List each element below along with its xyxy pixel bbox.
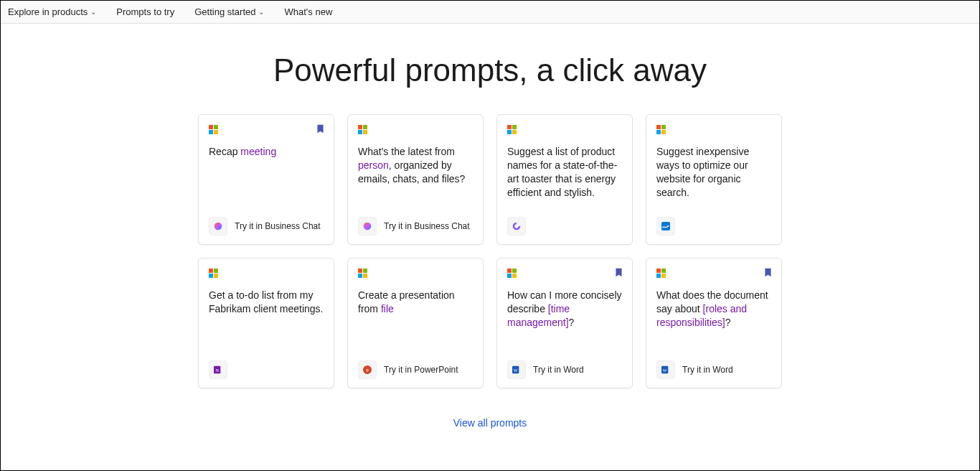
microsoft-logo-icon bbox=[507, 125, 517, 135]
card-action[interactable]: P Try it in PowerPoint bbox=[358, 360, 473, 379]
svg-text:W: W bbox=[514, 368, 518, 373]
prompt-card[interactable]: What does the document say about [roles … bbox=[646, 258, 782, 388]
svg-text:P: P bbox=[366, 368, 369, 373]
prompt-card[interactable]: Suggest inexpensive ways to optimize our… bbox=[646, 114, 782, 245]
microsoft-logo-icon bbox=[656, 269, 666, 279]
copilot-icon bbox=[209, 217, 227, 236]
try-label: Try it in Business Chat bbox=[384, 221, 470, 231]
whiteboard-icon bbox=[656, 217, 675, 236]
card-action[interactable]: W Try it in Word bbox=[507, 360, 622, 379]
chevron-down-icon: ⌄ bbox=[90, 8, 96, 16]
nav-prompts[interactable]: Prompts to try bbox=[116, 6, 174, 17]
prompt-card[interactable]: Create a presentation from file P Try it… bbox=[347, 258, 484, 388]
microsoft-logo-icon bbox=[209, 269, 219, 279]
prompt-text: Suggest a list of product names for a st… bbox=[507, 145, 622, 200]
prompt-card[interactable]: Recap meeting Try it in Business Chat bbox=[198, 114, 334, 245]
try-label: Try it in Word bbox=[682, 365, 733, 375]
bookmark-icon[interactable] bbox=[316, 123, 325, 136]
copilot-icon bbox=[358, 217, 377, 236]
try-label: Try it in Word bbox=[533, 365, 584, 375]
prompt-text: What's the latest from person, organized… bbox=[358, 145, 473, 186]
microsoft-logo-icon bbox=[507, 269, 517, 279]
prompt-text: Suggest inexpensive ways to optimize our… bbox=[656, 145, 771, 200]
card-action[interactable]: Try it in Business Chat bbox=[209, 217, 324, 236]
prompt-text: What does the document say about [roles … bbox=[656, 289, 771, 330]
prompt-card[interactable]: Suggest a list of product names for a st… bbox=[496, 114, 633, 245]
prompt-card[interactable]: What's the latest from person, organized… bbox=[347, 114, 484, 245]
try-label: Try it in Business Chat bbox=[235, 221, 321, 231]
top-nav: Explore in products⌄ Prompts to try Gett… bbox=[1, 1, 979, 24]
prompt-text: How can I more concisely describe [time … bbox=[507, 289, 622, 330]
word-icon: W bbox=[507, 360, 526, 379]
page-title: Powerful prompts, a click away bbox=[1, 52, 979, 88]
prompt-text: Get a to-do list from my Fabrikam client… bbox=[209, 289, 324, 316]
nav-explore[interactable]: Explore in products⌄ bbox=[8, 6, 96, 17]
svg-point-0 bbox=[215, 223, 222, 230]
word-icon: W bbox=[656, 360, 675, 379]
card-action[interactable]: N bbox=[209, 360, 324, 379]
microsoft-logo-icon bbox=[358, 269, 368, 279]
prompt-card[interactable]: Get a to-do list from my Fabrikam client… bbox=[198, 258, 334, 388]
onenote-icon: N bbox=[209, 360, 227, 379]
microsoft-logo-icon bbox=[656, 125, 666, 135]
bookmark-icon[interactable] bbox=[763, 267, 773, 280]
card-action[interactable]: Try it in Business Chat bbox=[358, 217, 473, 236]
microsoft-logo-icon bbox=[358, 125, 368, 135]
svg-point-1 bbox=[364, 223, 372, 230]
nav-getting-started[interactable]: Getting started⌄ bbox=[194, 6, 264, 17]
chevron-down-icon: ⌄ bbox=[258, 8, 264, 16]
nav-whats-new[interactable]: What's new bbox=[284, 6, 332, 17]
card-action[interactable] bbox=[656, 217, 771, 236]
bookmark-icon[interactable] bbox=[614, 267, 623, 280]
nav-explore-label: Explore in products bbox=[8, 6, 88, 17]
powerpoint-icon: P bbox=[358, 360, 377, 379]
microsoft-logo-icon bbox=[209, 125, 219, 135]
prompt-card[interactable]: How can I more concisely describe [time … bbox=[496, 258, 633, 388]
prompt-grid: Recap meeting Try it in Business Chat Wh… bbox=[198, 114, 782, 388]
main-content: Powerful prompts, a click away Recap mee… bbox=[1, 24, 979, 429]
card-action[interactable] bbox=[507, 217, 622, 236]
svg-text:N: N bbox=[215, 368, 219, 373]
svg-text:W: W bbox=[663, 368, 667, 373]
card-action[interactable]: W Try it in Word bbox=[656, 360, 771, 379]
prompt-text: Create a presentation from file bbox=[358, 289, 473, 316]
view-all-prompts-link[interactable]: View all prompts bbox=[453, 417, 527, 429]
nav-getting-label: Getting started bbox=[194, 6, 255, 17]
try-label: Try it in PowerPoint bbox=[384, 365, 458, 375]
prompt-text: Recap meeting bbox=[209, 145, 324, 159]
loop-icon bbox=[507, 217, 526, 236]
